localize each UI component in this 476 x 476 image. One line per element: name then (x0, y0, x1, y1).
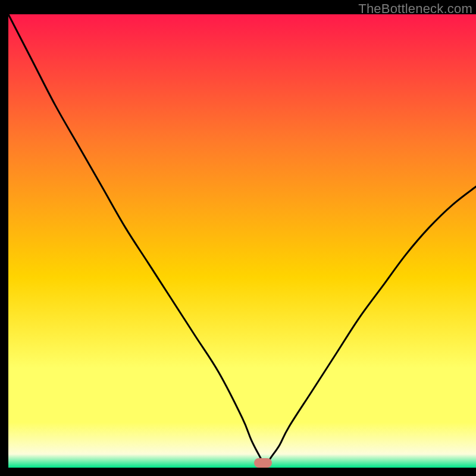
gradient-background (8, 14, 476, 468)
optimal-point-marker (254, 458, 272, 468)
chart-svg (8, 14, 476, 468)
plot-area (8, 14, 476, 468)
chart-frame: TheBottleneck.com (8, 0, 476, 468)
